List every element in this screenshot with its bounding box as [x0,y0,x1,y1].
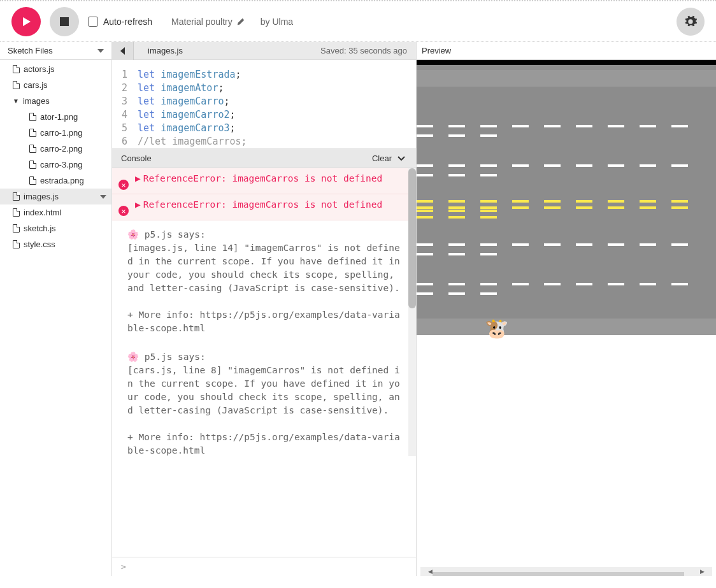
file-item[interactable]: ator-1.png [0,109,111,125]
error-row[interactable]: ✕▶ReferenceError: imagemCarros is not de… [112,194,416,220]
scrollbar[interactable] [408,168,416,456]
settings-button[interactable] [677,8,705,36]
file-icon [13,81,20,89]
file-item[interactable]: sketch.js [0,220,111,236]
project-name[interactable]: Material poultry [171,17,245,27]
stop-icon [60,17,69,26]
file-item[interactable]: images.js [0,189,111,204]
checkbox-icon [88,17,98,27]
main: Sketch Files actors.jscars.js▼imagesator… [0,42,716,576]
error-icon: ✕ [118,180,129,190]
console-header: Console Clear [112,149,416,168]
file-icon [29,176,36,185]
file-icon [13,208,20,217]
editor-panel: images.js Saved: 35 seconds ago 123456 l… [112,42,417,576]
file-icon [29,129,36,137]
cow-sprite: 🐮 [485,317,508,340]
pencil-icon [236,17,245,26]
auto-refresh-label: Auto-refresh [103,17,152,27]
file-icon [13,192,20,201]
file-item[interactable]: index.html [0,204,111,220]
clear-button[interactable]: Clear [372,154,392,163]
chevron-down-icon[interactable] [396,153,407,164]
saved-label: Saved: 35 seconds ago [320,46,416,55]
console-input[interactable]: > [112,557,416,576]
code-content: let imagemEstrada; let imagemAtor; let i… [132,60,247,148]
file-item[interactable]: estrada.png [0,173,111,189]
code-editor[interactable]: 123456 let imagemEstrada; let imagemAtor… [112,60,416,149]
chevron-left-icon [120,47,125,55]
editor-filename: images.js [134,46,183,55]
editor-header: images.js Saved: 35 seconds ago [112,42,416,60]
file-icon [29,161,36,169]
collapse-sidebar-button[interactable] [112,42,134,60]
console-message: 🌸 p5.js says: [cars.js, line 8] "imagemC… [112,343,416,465]
svg-marker-0 [23,17,31,26]
play-button[interactable] [11,7,41,36]
gutter: 123456 [112,60,132,148]
error-icon: ✕ [118,206,129,216]
sidebar-header[interactable]: Sketch Files [0,42,111,60]
chevron-down-icon [100,195,106,199]
sidebar: Sketch Files actors.jscars.js▼imagesator… [0,42,112,576]
console-message: 🌸 p5.js says: [images.js, line 14] "imag… [112,220,416,343]
horizontal-scrollbar[interactable]: ◀ ▶ [420,567,712,576]
file-icon [13,224,20,233]
preview-header: Preview [417,42,716,60]
stop-button[interactable] [50,7,79,36]
console-title: Console [121,154,152,163]
file-icon [29,113,36,121]
file-item[interactable]: actors.js [0,61,111,77]
toolbar: Auto-refresh Material poultry by Ulma [0,0,716,42]
file-icon [13,65,20,73]
file-list: actors.jscars.js▼imagesator-1.pngcarro-1… [0,60,111,576]
folder-item[interactable]: ▼images [0,93,111,109]
console-body[interactable]: ✕▶ReferenceError: imagemCarros is not de… [112,168,416,557]
gear-icon [684,15,698,29]
file-item[interactable]: carro-2.png [0,141,111,157]
error-row[interactable]: ✕▶ReferenceError: imagemCarros is not de… [112,168,416,194]
road: 🐮 [417,60,716,335]
file-item[interactable]: carro-3.png [0,157,111,173]
auto-refresh-toggle[interactable]: Auto-refresh [88,17,152,27]
preview-panel: Preview 🐮 ◀ ▶ [417,42,716,576]
play-icon [20,16,32,27]
file-icon [29,145,36,153]
file-item[interactable]: cars.js [0,77,111,93]
preview-canvas: 🐮 ◀ ▶ [417,60,716,576]
chevron-down-icon [97,49,104,53]
author-line: by Ulma [261,17,293,27]
file-item[interactable]: carro-1.png [0,125,111,141]
file-icon [13,240,20,248]
file-item[interactable]: style.css [0,236,111,252]
